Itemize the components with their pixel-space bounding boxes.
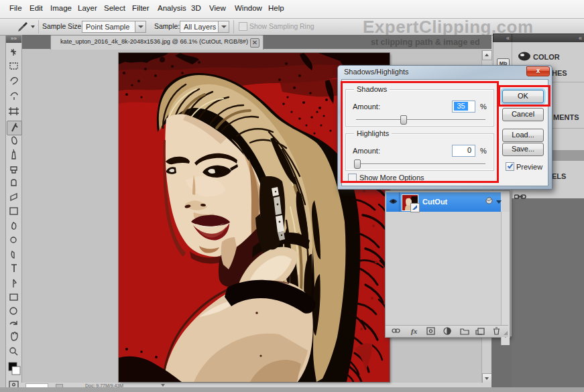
svg-text:fx: fx	[411, 327, 418, 335]
